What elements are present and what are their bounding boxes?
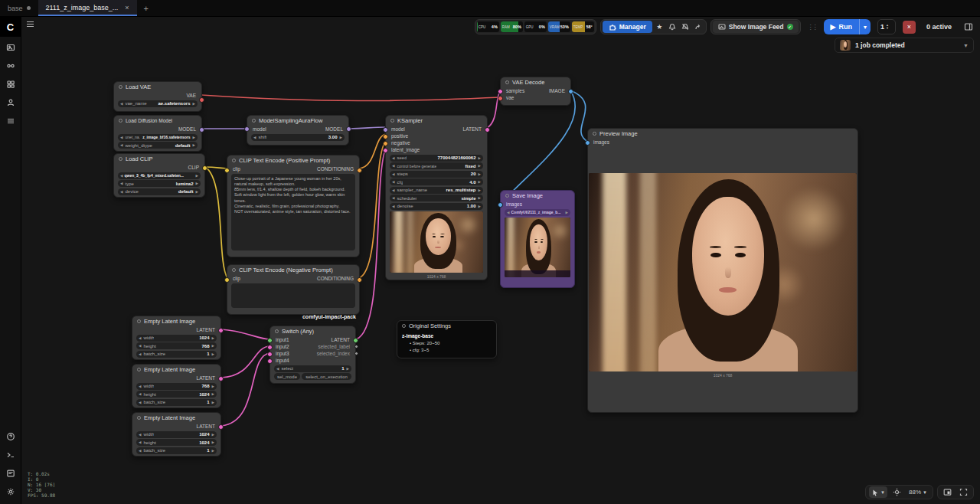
- collapse-toggle[interactable]: [232, 268, 236, 272]
- show-image-feed-button[interactable]: Show Image Feed ✓: [713, 21, 799, 33]
- run-button[interactable]: ▶ Run: [824, 19, 859, 34]
- zoom-level-dropdown[interactable]: 88% ▼: [906, 486, 929, 498]
- node-save-image-bypassed[interactable]: Save Image images ◀ ComfyUI/2111_z_image…: [500, 190, 575, 288]
- widget-sampler-name[interactable]: ◀ sampler_name res_multistep▶: [390, 187, 483, 194]
- close-tab-icon[interactable]: ×: [125, 4, 129, 11]
- input-dot-negative[interactable]: [383, 141, 388, 146]
- output-dot-conditioning[interactable]: [357, 168, 362, 173]
- minimap-toggle-button[interactable]: [941, 486, 954, 498]
- comfyui-logo[interactable]: C: [0, 17, 21, 37]
- node-load-diffusion-model[interactable]: Load Diffusion Model MODEL ◀ unet_na... …: [113, 115, 202, 152]
- widget-height[interactable]: ◀ height 1024▶: [136, 439, 217, 446]
- prompt-textarea[interactable]: Close-up portrait of a Japanese young wo…: [231, 174, 355, 250]
- widget-scheduler[interactable]: ◀ scheduler simple▶: [390, 195, 483, 201]
- node-empty-latent-1[interactable]: Empty Latent Image LATENT ◀ width 1024▶ …: [132, 316, 221, 360]
- node-ksampler[interactable]: KSampler model LATENT positive negative …: [385, 115, 488, 280]
- new-tab-button[interactable]: +: [137, 0, 155, 16]
- toolbar-drag-handle[interactable]: ⋮⋮: [808, 24, 817, 31]
- bell-button[interactable]: [667, 21, 678, 33]
- cancel-button[interactable]: ×: [903, 21, 916, 34]
- user-icon[interactable]: [2, 95, 19, 110]
- node-library-icon[interactable]: [2, 58, 19, 74]
- widget-unet-name[interactable]: ◀ unet_na... z_image_bf16.safetensors▶: [118, 134, 198, 141]
- widget-select[interactable]: ◀ select 1▶: [274, 365, 351, 372]
- chevron-down-icon[interactable]: ▼: [923, 490, 927, 495]
- widget-shift[interactable]: ◀ shift 3.00▶: [251, 134, 345, 141]
- node-note-original-settings[interactable]: Original Settings z-image-base Steps: 20…: [397, 320, 497, 358]
- output-dot-image[interactable]: [568, 89, 573, 94]
- input-dot-images[interactable]: [585, 140, 590, 146]
- widget-device[interactable]: ◀ device default▶: [118, 188, 201, 195]
- collapse-toggle[interactable]: [275, 329, 279, 333]
- settings-gear-icon[interactable]: [2, 484, 19, 499]
- node-vae-decode[interactable]: VAE Decode samples IMAGE vae: [500, 77, 571, 106]
- output-dot-model[interactable]: [199, 127, 204, 133]
- widget-width[interactable]: ◀ width 1024▶: [136, 335, 217, 342]
- collapse-toggle[interactable]: [119, 119, 122, 123]
- widget-batch-size[interactable]: ◀ batch_size 1▶: [136, 447, 217, 454]
- pointer-tool-button[interactable]: ▼: [869, 486, 887, 498]
- tab-active-workflow[interactable]: 2111_z_image_base_... ×: [38, 0, 137, 16]
- output-dot-selected-index[interactable]: [354, 352, 358, 355]
- input-dot-clip[interactable]: [224, 277, 230, 283]
- batch-count-stepper[interactable]: 1 ▲▼: [877, 19, 896, 34]
- stepper-arrows-icon[interactable]: ▲▼: [886, 24, 889, 30]
- input-dot-latent[interactable]: [383, 148, 388, 153]
- prompt-textarea[interactable]: [231, 283, 355, 308]
- collapse-toggle[interactable]: [137, 416, 141, 420]
- output-dot-vae[interactable]: [199, 97, 204, 103]
- collapse-toggle[interactable]: [137, 319, 141, 323]
- canvas-menu-button[interactable]: [25, 19, 35, 29]
- sel-mode-button[interactable]: sel_mode: [274, 373, 300, 380]
- collapse-toggle[interactable]: [252, 119, 256, 123]
- widget-batch-size[interactable]: ◀ batch_size 1▶: [136, 399, 217, 406]
- node-preview-image[interactable]: Preview Image images 1024 x 768: [587, 128, 858, 413]
- input-dot-positive[interactable]: [383, 134, 388, 139]
- input-dot-images[interactable]: [498, 202, 503, 208]
- output-dot-latent[interactable]: [353, 338, 358, 343]
- share-button[interactable]: [693, 21, 704, 33]
- output-dot-selected-label[interactable]: [354, 345, 358, 349]
- job-completed-panel[interactable]: 1 job completed ▼: [835, 38, 974, 53]
- node-switch-any[interactable]: Switch (Any) input1 LATENT input2 select…: [270, 326, 356, 384]
- collapse-toggle[interactable]: [137, 368, 141, 371]
- terminal-icon[interactable]: [2, 447, 19, 463]
- fullscreen-button[interactable]: [957, 486, 970, 498]
- widget-width[interactable]: ◀ width 1024▶: [136, 431, 217, 438]
- collapse-toggle[interactable]: [505, 80, 509, 84]
- widget-cfg[interactable]: ◀ cfg 4.0▶: [390, 178, 483, 185]
- input-dot-model[interactable]: [244, 126, 250, 132]
- output-dot-latent[interactable]: [218, 376, 224, 381]
- output-dot-clip[interactable]: [202, 165, 207, 171]
- model-library-icon[interactable]: [2, 77, 19, 92]
- star-button[interactable]: ★: [654, 21, 665, 33]
- collapse-toggle[interactable]: [402, 324, 406, 328]
- widget-vae-name[interactable]: ◀ vae_name ae.safetensors▶: [118, 100, 198, 107]
- sel-mode-value-button[interactable]: select_on_execution: [302, 373, 351, 380]
- output-dot-model[interactable]: [346, 126, 351, 132]
- chevron-down-icon[interactable]: ▼: [880, 490, 885, 495]
- node-load-clip[interactable]: Load CLIP CLIP ◀ qwen_3_4b_fp4_mixed.saf…: [113, 153, 205, 198]
- input-dot-model[interactable]: [383, 127, 388, 133]
- node-load-vae[interactable]: Load VAE VAE ◀ vae_name ae.safetensors▶: [113, 81, 202, 112]
- widget-height[interactable]: ◀ height 1024▶: [136, 391, 217, 398]
- node-model-sampling-auraflow[interactable]: ModelSamplingAuraFlow model MODEL ◀ shif…: [247, 115, 349, 146]
- widget-clip-name[interactable]: ◀ qwen_3_4b_fp4_mixed.safeten...▶: [118, 172, 201, 179]
- widget-control-before-generate[interactable]: ◀ control before generate fixed▶: [390, 162, 483, 169]
- tab-base[interactable]: base: [0, 0, 38, 16]
- input-dot-input4[interactable]: [267, 358, 273, 364]
- output-dot-conditioning[interactable]: [357, 277, 362, 283]
- preview-image[interactable]: [589, 173, 857, 371]
- fit-view-button[interactable]: [890, 486, 903, 498]
- collapse-toggle[interactable]: [505, 194, 509, 198]
- widget-type[interactable]: ◀ type lumina2▶: [118, 180, 201, 187]
- input-dot-input1[interactable]: [267, 338, 273, 343]
- collapse-toggle[interactable]: [119, 157, 122, 161]
- chevron-down-icon[interactable]: ▼: [963, 43, 969, 48]
- widget-weight-dtype[interactable]: ◀ weight_dtype default▶: [118, 142, 198, 149]
- output-dot-latent[interactable]: [218, 424, 224, 430]
- workflows-icon[interactable]: [2, 40, 19, 55]
- node-empty-latent-2[interactable]: Empty Latent Image LATENT ◀ width 768▶ ◀…: [132, 364, 221, 408]
- run-options-chevron-icon[interactable]: ▼: [859, 19, 871, 34]
- input-dot-samples[interactable]: [498, 89, 503, 94]
